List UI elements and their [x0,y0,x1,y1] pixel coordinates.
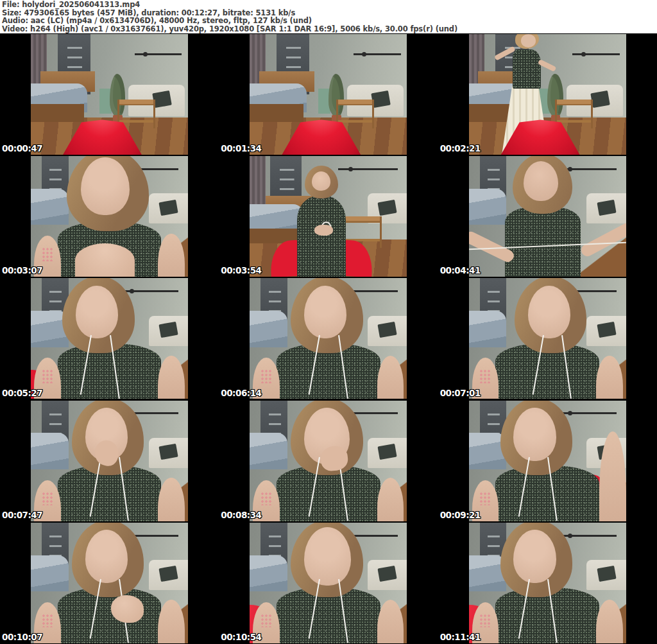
face-shape [76,286,118,339]
thumbnail-grid: 00:00:47 [0,33,657,644]
bed-shape [31,189,69,225]
torso-shape [297,196,346,277]
video-frame-preview [31,401,188,521]
timestamp-label: 00:08:34 [221,510,261,520]
thumbnail-cell[interactable]: 00:07:47 [0,400,219,522]
thumbnail-cell[interactable]: 00:07:01 [438,277,657,399]
timestamp-label: 00:04:41 [440,265,481,275]
video-frame-preview [31,34,188,155]
timestamp-label: 00:00:47 [2,143,42,153]
thumbnail-cell[interactable]: 00:06:14 [219,277,438,399]
bed-shape [31,433,69,469]
curtain-rail-shape [354,53,401,55]
right-arm-shape [377,600,404,643]
video-frame-preview [469,34,626,155]
face-shape [521,34,536,48]
video-info-line: Video: h264 (High) (avc1 / 0x31637661), … [2,25,657,33]
right-arm-shape [158,234,185,277]
video-frame-preview [250,156,407,277]
right-arm-shape [158,600,185,643]
thumbnail-cell[interactable]: 00:03:54 [219,155,438,277]
pillow-shape [378,200,397,216]
torso-shape [513,49,541,88]
timestamp-label: 00:03:54 [221,265,261,275]
face-shape [312,171,330,191]
right-arm-shape [596,356,623,399]
timestamp-label: 00:07:01 [440,388,481,398]
file-name-line: File: holydori_202506041313.mp4 [2,1,657,9]
curtain-rail-shape [557,412,617,414]
bed-base-shape [250,104,303,122]
timestamp-label: 00:11:41 [440,632,481,642]
curtain-rail-shape [338,168,398,170]
file-metadata-header: File: holydori_202506041313.mp4 Size: 47… [0,0,657,33]
hand-shape [314,225,333,236]
video-frame-preview [31,523,188,643]
thumbnail-cell[interactable]: 00:03:07 [0,155,219,277]
timestamp-label: 00:01:34 [221,143,261,153]
bed-shape [250,311,287,347]
video-frame-preview [469,278,626,399]
bed-shape [469,311,507,347]
pillow-shape [158,200,178,216]
thumbnail-cell[interactable]: 00:02:21 [438,33,657,155]
video-frame-preview [31,278,188,399]
face-shape [304,286,346,339]
right-arm-shape [377,478,404,521]
timestamp-label: 00:05:27 [2,388,42,398]
face-shape [304,527,352,585]
thumbnail-cell[interactable]: 00:00:47 [0,33,219,155]
timestamp-label: 00:03:07 [2,265,42,275]
right-arm-shape [158,356,185,399]
thumbnail-cell[interactable]: 00:11:41 [438,522,657,644]
video-frame-preview [250,278,407,399]
thumbnail-cell[interactable]: 00:01:34 [219,33,438,155]
thumbnail-cell[interactable]: 00:10:54 [219,522,438,644]
hand-shape [111,595,144,623]
bed-shape [250,555,287,591]
pillow-shape [597,322,616,338]
right-arm-shape [579,221,626,258]
thumbnail-cell[interactable]: 00:09:21 [438,400,657,522]
right-arm-shape [596,600,623,643]
hand-shape [75,243,135,277]
right-arm-shape [158,478,185,521]
curtain-rail-shape [135,53,182,55]
thumbnail-cell[interactable]: 00:08:34 [219,400,438,522]
bed-shape [250,433,287,469]
video-frame-preview [250,401,407,521]
timestamp-label: 00:09:21 [440,510,481,520]
face-shape [528,286,570,339]
timestamp-label: 00:10:07 [2,632,42,642]
timestamp-label: 00:02:21 [440,143,481,153]
right-arm-shape [377,356,404,399]
pillow-shape [597,200,616,216]
video-contact-sheet: File: holydori_202506041313.mp4 Size: 47… [0,0,657,644]
face-shape [513,530,556,583]
face-shape [513,408,556,461]
video-frame-preview [469,156,626,277]
curtain-rail-shape [557,535,617,537]
video-frame-preview [469,401,626,521]
bed-base-shape [31,104,84,122]
timestamp-label: 00:07:47 [2,510,42,520]
video-frame-preview [31,156,188,277]
timestamp-label: 00:10:54 [221,632,261,642]
thumbnail-cell[interactable]: 00:05:27 [0,277,219,399]
video-frame-preview [469,523,626,643]
video-frame-preview [250,523,407,643]
bed-shape [469,189,507,225]
timestamp-label: 00:06:14 [221,388,261,398]
curtain-rail-shape [119,290,178,292]
video-frame-preview [250,34,407,155]
torso-shape [505,207,581,277]
bed-shape [31,555,69,591]
face-shape [85,530,128,583]
thumbnail-cell[interactable]: 00:04:41 [438,155,657,277]
thumbnail-cell[interactable]: 00:10:07 [0,522,219,644]
curtain-rail-shape [572,53,620,55]
